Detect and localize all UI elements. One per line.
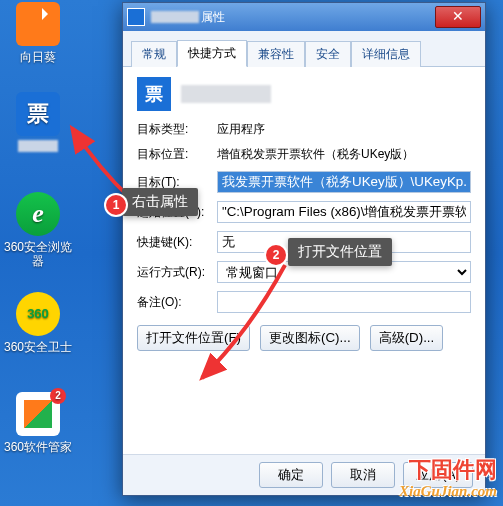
value-target-type: 应用程序 xyxy=(217,121,471,138)
shield-icon xyxy=(16,292,60,336)
label-comment: 备注(O): xyxy=(137,294,209,311)
input-start-in[interactable] xyxy=(217,201,471,223)
invoice-app-icon: 票 xyxy=(16,92,60,136)
close-icon: ✕ xyxy=(452,8,464,24)
tab-security[interactable]: 安全 xyxy=(305,41,351,67)
desktop-icon-360-manager[interactable]: 2 360软件管家 xyxy=(0,392,76,454)
app-icon: 票 xyxy=(137,77,171,111)
label-run: 运行方式(R): xyxy=(137,264,209,281)
annotation-callout-1: 右击属性 xyxy=(122,188,198,216)
tab-details[interactable]: 详细信息 xyxy=(351,41,421,67)
open-file-location-button[interactable]: 打开文件位置(F) xyxy=(137,325,250,351)
notification-badge: 2 xyxy=(50,388,66,404)
app-name-blurred xyxy=(181,85,271,103)
advanced-button[interactable]: 高级(D)... xyxy=(370,325,444,351)
window-icon xyxy=(127,8,145,26)
annotation-number-2: 2 xyxy=(266,245,286,265)
titlebar[interactable]: 属性 ✕ xyxy=(123,3,485,31)
watermark-en: XiaGuJian.com xyxy=(399,482,497,500)
desktop-icon-label: 向日葵 xyxy=(0,50,76,64)
ok-button[interactable]: 确定 xyxy=(259,462,323,488)
close-button[interactable]: ✕ xyxy=(435,6,481,28)
label-target-type: 目标类型: xyxy=(137,121,209,138)
desktop-icon-invoice-app[interactable]: 票 xyxy=(0,92,76,152)
input-comment[interactable] xyxy=(217,291,471,313)
browser-icon xyxy=(16,192,60,236)
desktop-icon-label: 360安全浏览器 xyxy=(0,240,76,268)
desktop-icon-label-blurred xyxy=(18,140,58,152)
desktop-icon-label: 360安全卫士 xyxy=(0,340,76,354)
desktop-icon-360-browser[interactable]: 360安全浏览器 xyxy=(0,192,76,268)
desktop-icon-label: 360软件管家 xyxy=(0,440,76,454)
desktop-icon-360-safe[interactable]: 360安全卫士 xyxy=(0,292,76,354)
sunflower-icon xyxy=(16,2,60,46)
annotation-callout-2: 打开文件位置 xyxy=(288,238,392,266)
window-title: 属性 xyxy=(151,9,435,26)
change-icon-button[interactable]: 更改图标(C)... xyxy=(260,325,360,351)
watermark-cn: 下固件网 xyxy=(399,458,497,482)
desktop-icon-sunflower[interactable]: 向日葵 xyxy=(0,2,76,64)
input-target[interactable] xyxy=(217,171,471,193)
value-target-location: 增值税发票开票软件（税务UKey版） xyxy=(217,146,471,163)
label-hotkey: 快捷键(K): xyxy=(137,234,209,251)
tab-shortcut[interactable]: 快捷方式 xyxy=(177,40,247,67)
annotation-number-1: 1 xyxy=(106,195,126,215)
cancel-button[interactable]: 取消 xyxy=(331,462,395,488)
tab-compatibility[interactable]: 兼容性 xyxy=(247,41,305,67)
label-target-location: 目标位置: xyxy=(137,146,209,163)
tab-bar: 常规 快捷方式 兼容性 安全 详细信息 xyxy=(123,31,485,67)
tab-general[interactable]: 常规 xyxy=(131,41,177,67)
watermark: 下固件网 XiaGuJian.com xyxy=(399,458,497,500)
